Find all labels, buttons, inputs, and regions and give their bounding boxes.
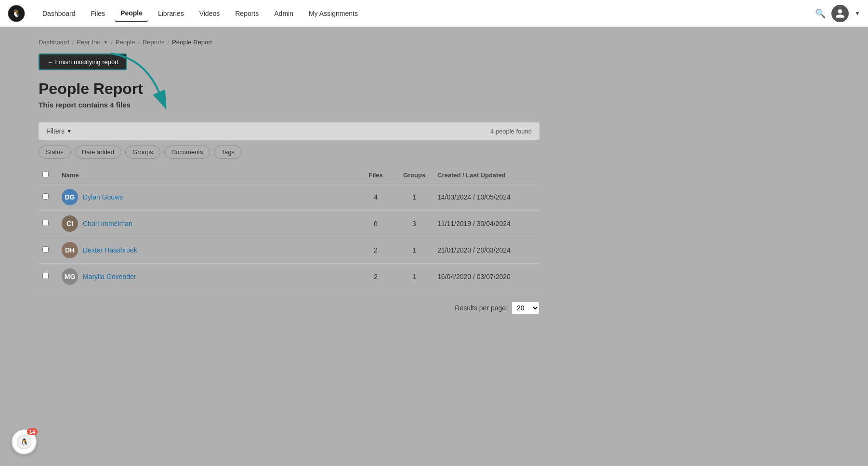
filters-toggle[interactable]: Filters ▼ [46, 127, 72, 135]
breadcrumb-sep-1: / [72, 39, 74, 46]
filter-chips: Status Date added Groups Documents Tags [39, 146, 539, 159]
breadcrumb-org[interactable]: Pear Inc. ▼ [77, 39, 108, 46]
results-per-page-label: Results per page: [455, 304, 508, 312]
avatar: MG [62, 268, 78, 285]
breadcrumb-sep-4: / [167, 39, 169, 46]
nav-links: Dashboard Files People Libraries Videos … [37, 5, 815, 22]
person-created: 14/03/2024 / 10/05/2024 [434, 184, 539, 211]
col-groups: Groups [395, 166, 434, 184]
person-files: 6 [356, 211, 395, 237]
person-name-cell: DG Dylan Gouws [62, 189, 353, 205]
person-files: 2 [356, 237, 395, 264]
chip-tags[interactable]: Tags [214, 146, 241, 159]
person-name-link[interactable]: Dexter Haasbroek [83, 246, 137, 254]
table-body: DG Dylan Gouws 4114/03/2024 / 10/05/2024… [39, 184, 539, 290]
user-avatar-nav[interactable] [831, 5, 849, 22]
nav-dashboard[interactable]: Dashboard [37, 6, 81, 21]
person-created: 16/04/2020 / 03/07/2020 [434, 264, 539, 290]
page-title: People Report [39, 80, 539, 98]
pagination-bar: Results per page: 20 10 50 100 [39, 302, 539, 314]
table-row: DH Dexter Haasbroek 2121/01/2020 / 20/03… [39, 237, 539, 264]
person-created: 11/11/2019 / 30/04/2024 [434, 211, 539, 237]
results-per-page-select[interactable]: 20 10 50 100 [512, 302, 539, 314]
nav-admin[interactable]: Admin [268, 6, 299, 21]
navbar-right: 🔍 ▼ [815, 5, 860, 22]
person-groups: 1 [395, 264, 434, 290]
breadcrumb-sep-3: / [138, 39, 140, 46]
filter-bar: Filters ▼ 4 people found [39, 122, 539, 140]
filter-label: Filters [46, 127, 65, 135]
person-files: 4 [356, 184, 395, 211]
org-chevron-icon: ▼ [103, 40, 108, 45]
chip-date-added[interactable]: Date added [75, 146, 121, 159]
chip-status[interactable]: Status [39, 146, 71, 159]
person-name-link[interactable]: Dylan Gouws [83, 193, 123, 201]
person-groups: 1 [395, 237, 434, 264]
person-name-cell: MG Marylla Govender [62, 268, 353, 285]
person-name-cell: DH Dexter Haasbroek [62, 242, 353, 258]
select-all-checkbox[interactable] [42, 171, 49, 177]
row-checkbox-charl-immelman[interactable] [42, 220, 49, 226]
col-files: Files [356, 166, 395, 184]
breadcrumb-current: People Report [172, 39, 212, 46]
person-created: 21/01/2020 / 20/03/2024 [434, 237, 539, 264]
table-row: CI Charl Immelman 6311/11/2019 / 30/04/2… [39, 211, 539, 237]
person-name-cell: CI Charl Immelman [62, 215, 353, 232]
page-subtitle: This report contains 4 files [39, 101, 539, 109]
person-name-link[interactable]: Charl Immelman [83, 220, 132, 227]
search-icon[interactable]: 🔍 [815, 8, 826, 19]
row-checkbox-marylla-govender[interactable] [42, 273, 49, 279]
finish-modifying-button[interactable]: ← Finish modifying report [39, 53, 127, 70]
row-checkbox-dylan-gouws[interactable] [42, 193, 49, 200]
notification-logo-icon: 🐧 [16, 434, 32, 450]
filter-count: 4 people found [490, 128, 532, 135]
person-groups: 1 [395, 184, 434, 211]
chip-groups[interactable]: Groups [125, 146, 160, 159]
notification-bubble[interactable]: 14 🐧 [12, 429, 37, 454]
user-dropdown-icon[interactable]: ▼ [855, 10, 860, 17]
nav-libraries[interactable]: Libraries [152, 6, 190, 21]
filter-chevron-icon: ▼ [66, 128, 72, 134]
row-checkbox-dexter-haasbroek[interactable] [42, 246, 49, 253]
person-groups: 3 [395, 211, 434, 237]
chip-documents[interactable]: Documents [164, 146, 210, 159]
nav-videos[interactable]: Videos [194, 6, 226, 21]
col-name: Name [58, 166, 356, 184]
select-all-header[interactable] [39, 166, 58, 184]
app-logo[interactable]: 🐧 [8, 5, 25, 22]
annotation-wrapper: ← Finish modifying report [39, 53, 127, 80]
person-files: 2 [356, 264, 395, 290]
notification-count: 14 [27, 428, 38, 435]
main-content: Dashboard / Pear Inc. ▼ / People / Repor… [0, 27, 578, 333]
nav-people[interactable]: People [115, 5, 148, 22]
nav-files[interactable]: Files [85, 6, 111, 21]
breadcrumb: Dashboard / Pear Inc. ▼ / People / Repor… [39, 39, 539, 46]
table-row: MG Marylla Govender 2116/04/2020 / 03/07… [39, 264, 539, 290]
breadcrumb-dashboard[interactable]: Dashboard [39, 39, 69, 46]
breadcrumb-reports[interactable]: Reports [143, 39, 165, 46]
col-created: Created / Last Updated [434, 166, 539, 184]
people-table: Name Files Groups Created / Last Updated… [39, 166, 539, 290]
svg-text:🐧: 🐧 [12, 9, 21, 18]
table-header-row: Name Files Groups Created / Last Updated [39, 166, 539, 184]
breadcrumb-people[interactable]: People [116, 39, 135, 46]
breadcrumb-sep-2: / [111, 39, 113, 46]
avatar: DH [62, 242, 78, 258]
table-row: DG Dylan Gouws 4114/03/2024 / 10/05/2024 [39, 184, 539, 211]
avatar: CI [62, 215, 78, 232]
nav-my-assignments[interactable]: My Assignments [303, 6, 364, 21]
nav-reports[interactable]: Reports [229, 6, 264, 21]
navbar: 🐧 Dashboard Files People Libraries Video… [0, 0, 868, 27]
person-name-link[interactable]: Marylla Govender [83, 273, 136, 280]
avatar: DG [62, 189, 78, 205]
svg-text:🐧: 🐧 [20, 438, 29, 446]
